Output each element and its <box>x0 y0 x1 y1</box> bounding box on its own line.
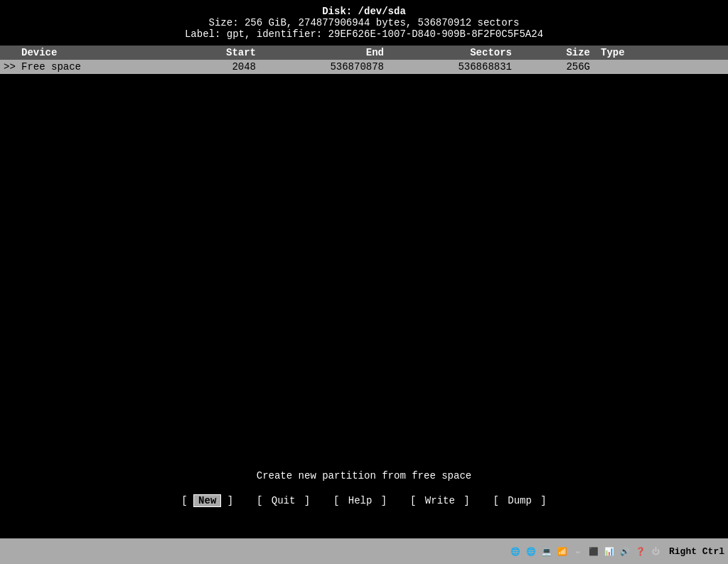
separator-3 <box>388 495 409 506</box>
header-sectors: Sectors <box>398 47 526 58</box>
taskbar-icon-9[interactable]: ❓ <box>633 544 648 558</box>
bracket-close-dump: ] <box>535 495 547 506</box>
taskbar-icon-5[interactable]: ✏️ <box>571 544 585 558</box>
taskbar-icon-10[interactable]: ⏻ <box>649 544 663 558</box>
taskbar-icon-8[interactable]: 🔊 <box>618 544 632 558</box>
write-button-group[interactable]: [ Write ] <box>409 495 471 506</box>
separator-1 <box>235 495 255 506</box>
status-message: Create new partition from free space <box>257 470 471 481</box>
taskbar: 🌐 🌐 💻 📶 ✏️ ⬛ 📊 🔊 ❓ ⏻ Right Ctrl <box>0 538 728 564</box>
taskbar-icons: 🌐 🌐 💻 📶 ✏️ ⬛ 📊 🔊 ❓ ⏻ <box>508 544 663 558</box>
help-button-group[interactable]: [ Help ] <box>332 495 388 506</box>
taskbar-icon-7[interactable]: 📊 <box>602 544 616 558</box>
new-button[interactable]: New <box>193 494 221 507</box>
bracket-close-write: ] <box>458 495 470 506</box>
partition-table: Device Start End Sectors Size Type >> Fr… <box>0 46 728 74</box>
quit-button-group[interactable]: [ Quit ] <box>255 495 311 506</box>
disk-label-line: Label: gpt, identifier: 29EF626E-1007-D8… <box>0 28 728 40</box>
bracket-open-dump: [ <box>493 495 505 506</box>
header-device: Device <box>0 47 142 58</box>
main-content: Disk: /dev/sda Size: 256 GiB, 2748779069… <box>0 0 728 538</box>
disk-info: Disk: /dev/sda Size: 256 GiB, 2748779069… <box>0 0 728 43</box>
bracket-close-quit: ] <box>298 495 310 506</box>
disk-title: Disk: /dev/sda <box>0 6 728 17</box>
header-type: Type <box>597 47 668 58</box>
taskbar-icon-4[interactable]: 📶 <box>555 544 569 558</box>
row-end: 536870878 <box>270 61 398 73</box>
row-device: Free space <box>21 61 142 73</box>
header-size: Size <box>526 47 597 58</box>
row-size: 256G <box>526 61 597 73</box>
header-start: Start <box>142 47 270 58</box>
disk-size-line: Size: 256 GiB, 274877906944 bytes, 53687… <box>0 17 728 28</box>
taskbar-icon-3[interactable]: 💻 <box>540 544 554 558</box>
bracket-open-new: [ <box>181 495 193 506</box>
help-button[interactable]: Help <box>346 495 375 506</box>
row-arrow: >> <box>0 61 21 73</box>
taskbar-icon-2[interactable]: 🌐 <box>524 544 538 558</box>
row-sectors: 536868831 <box>398 61 526 73</box>
bracket-open-help: [ <box>333 495 346 506</box>
row-start: 2048 <box>142 61 270 73</box>
dump-button[interactable]: Dump <box>505 495 535 506</box>
dump-button-group[interactable]: [ Dump ] <box>491 495 547 506</box>
row-type <box>597 61 668 73</box>
separator-2 <box>311 495 332 506</box>
menu-bar: [ New ] [ Quit ] [ Help ] [ Write ] <box>0 489 728 513</box>
write-button[interactable]: Write <box>422 495 458 506</box>
quit-button[interactable]: Quit <box>269 495 299 506</box>
status-bar: Create new partition from free space <box>0 464 728 487</box>
table-header: Device Start End Sectors Size Type <box>0 46 728 60</box>
bracket-close-help: ] <box>375 495 387 506</box>
separator-4 <box>471 495 492 506</box>
bracket-open-quit: [ <box>257 495 269 506</box>
bracket-open-write: [ <box>410 495 422 506</box>
new-button-group[interactable]: [ New ] <box>180 494 235 507</box>
taskbar-icon-1[interactable]: 🌐 <box>508 544 523 558</box>
right-ctrl-label: Right Ctrl <box>669 546 724 557</box>
bracket-close-new: ] <box>221 495 233 506</box>
taskbar-icon-6[interactable]: ⬛ <box>587 544 601 558</box>
header-end: End <box>270 47 398 58</box>
table-row[interactable]: >> Free space 2048 536870878 536868831 2… <box>0 60 728 74</box>
